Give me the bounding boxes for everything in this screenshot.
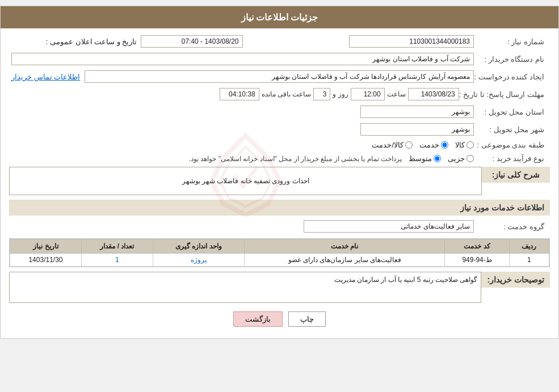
radio-motavasset-label: متوسط: [409, 154, 432, 163]
section-header-khadamat: اطلاعات خدمات مورد نیاز: [9, 200, 550, 216]
services-table-wrapper: ردیف کد خدمت نام خدمت واحد اندازه گیری ت…: [9, 238, 550, 267]
label-shomare-niaz: شماره نیاز :: [474, 37, 548, 46]
radio-kala-input[interactable]: [466, 141, 474, 149]
label-roz: روز و: [333, 90, 348, 98]
row-mohlat: مهلت ارسال پاسخ: تا تاریخ : 1403/08/23 س…: [9, 87, 550, 102]
table-header-row: ردیف کد خدمت نام خدمت واحد اندازه گیری ت…: [10, 239, 549, 254]
label-sharh-koli: شرح کلی نیاز:: [482, 167, 550, 183]
value-mohlat: 1403/08/23 ساعت 12:00 روز و 3 ساعت باقی …: [11, 88, 459, 100]
field-shomare-niaz: 1103001344000183: [349, 35, 474, 48]
row-tabaghe: طبقه بندی موضوعی : کالا خدمت کالا/خدمت: [9, 140, 550, 150]
value-nam-dastgah: شرکت آب و فاضلاب استان بوشهر: [11, 53, 474, 65]
row-sharh-koli: شرح کلی نیاز: احداث ورودی تصفیه خانه فاض…: [9, 167, 550, 195]
label-grohe-khadamat: گروه خدمت :: [474, 222, 548, 231]
row-grohe-khadamat: گروه خدمت : سایر فعالیت‌های خدماتی: [9, 219, 550, 234]
radio-jozei-input[interactable]: [466, 155, 474, 162]
label-ijad-konande: ایجاد کننده درخواست :: [474, 73, 548, 81]
td-kod: ط-94-949: [445, 254, 509, 267]
radio-khadamat: خدمت: [419, 141, 448, 149]
td-tarikh: 1403/11/30: [10, 254, 82, 267]
label-shahr: شهر محل تحویل :: [474, 125, 548, 134]
label-tosih-kharidar: توصیحات خریدار:: [481, 272, 550, 288]
row-ijad-konande: ایجاد کننده درخواست : معصومه آرایش کارشن…: [9, 69, 550, 84]
row-shomare-niaz: شماره نیاز : 1103001344000183 1403/08/20…: [9, 34, 550, 49]
radio-group-farayand: جزیی متوسط پرداخت تمام یا بخشی از مبلغ خ…: [11, 154, 474, 163]
content-area: شماره نیاز : 1103001344000183 1403/08/20…: [1, 28, 558, 338]
radio-motavasset-input[interactable]: [434, 155, 441, 162]
field-ijad-konande: معصومه آرایش کارشناس قراردادها شرکت آب و…: [85, 70, 474, 83]
value-tabaghe: کالا خدمت کالا/خدمت: [11, 141, 474, 149]
btn-print[interactable]: چاپ: [288, 311, 326, 327]
tosih-container: گواهی صلاحیت رتبه 5 ابنیه یا آب از سازما…: [9, 272, 481, 303]
value-ostan: بوشهر: [11, 106, 474, 118]
th-tedad: تعداد / مقدار: [81, 239, 153, 254]
label-nam-dastgah: نام دستگاه خریدار :: [474, 55, 548, 64]
row-tosih-kharidar: توصیحات خریدار: گواهی صلاحیت رتبه 5 ابنی…: [9, 272, 550, 303]
services-table: ردیف کد خدمت نام خدمت واحد اندازه گیری ت…: [10, 239, 549, 267]
radio-khadamat-input[interactable]: [441, 141, 448, 149]
field-shahr: بوشهر: [360, 123, 474, 136]
th-vahed: واحد اندازه گیری: [153, 239, 244, 254]
table-row: 1 ط-94-949 فعالیت‌های سایر سازمان‌های دا…: [10, 254, 549, 267]
radio-khadamat-label: خدمت: [419, 141, 439, 149]
radio-group-tabaghe: کالا خدمت کالا/خدمت: [11, 141, 474, 149]
value-grohe-khadamat: سایر فعالیت‌های خدماتی: [11, 220, 474, 233]
label-noe-farayand: نوع فرآیند خرید :: [474, 154, 548, 163]
row-nam-dastgah: نام دستگاه خریدار : شرکت آب و فاضلاب است…: [9, 52, 550, 66]
value-noe-farayand: جزیی متوسط پرداخت تمام یا بخشی از مبلغ خ…: [11, 154, 474, 163]
label-ostan: استان محل تحویل :: [474, 108, 548, 116]
field-date: 1403/08/23: [408, 88, 459, 100]
sharh-koli-container: احداث ورودی تصفیه خانه فاضلاب شهر بوشهر: [9, 167, 482, 195]
th-radif: ردیف: [509, 239, 549, 254]
radio-kala-khadamat: کالا/خدمت: [372, 141, 413, 149]
label-tabaghe: طبقه بندی موضوعی :: [474, 141, 548, 149]
mohlat-inline: 1403/08/23 ساعت 12:00 روز و 3 ساعت باقی …: [11, 88, 459, 100]
field-date-alan: 1403/08/20 - 07:40: [141, 35, 243, 48]
footer-buttons: چاپ بازگشت: [9, 311, 550, 327]
th-tarikh: تاریخ نیاز: [10, 239, 82, 254]
value-shahr: بوشهر: [11, 123, 474, 136]
radio-kala-khadamat-label: کالا/خدمت: [372, 141, 404, 149]
radio-jozei-label: جزیی: [448, 154, 465, 163]
page-wrapper: جزئیات اطلاعات نیاز شماره نیاز : 1103001…: [0, 6, 559, 339]
th-nam: نام خدمت: [244, 239, 444, 254]
farayand-desc: پرداخت تمام یا بخشی از مبلغ خریدار از مح…: [189, 155, 402, 163]
field-sharh-koli: احداث ورودی تصفیه خانه فاضلاب شهر بوشهر: [9, 167, 482, 195]
radio-kala-khadamat-input[interactable]: [405, 141, 413, 149]
row-noe-farayand: نوع فرآیند خرید : جزیی متوسط پرداخت تمام…: [9, 153, 550, 164]
field-roz: 3: [313, 88, 330, 100]
radio-jozei: جزیی: [448, 154, 474, 163]
label-mohlat: مهلت ارسال پاسخ: تا تاریخ :: [459, 90, 548, 99]
td-radif: 1: [509, 254, 549, 267]
page-title: جزئیات اطلاعات نیاز: [1, 6, 558, 28]
radio-motavasset: متوسط: [409, 154, 441, 163]
value-shomare-niaz: 1103001344000183: [243, 35, 474, 48]
link-ettelaat-tamas[interactable]: اطلاعات تماس خریدار: [11, 73, 80, 81]
th-kod: کد خدمت: [445, 239, 509, 254]
field-nam-dastgah: شرکت آب و فاضلاب استان بوشهر: [11, 53, 474, 65]
row-shahr: شهر محل تحویل : بوشهر: [9, 122, 550, 137]
label-date-alan: تاریخ و ساعت اعلان عمومی :: [46, 37, 137, 46]
field-tosih-kharidar: گواهی صلاحیت رتبه 5 ابنیه یا آب از سازما…: [9, 272, 481, 303]
td-tedad: 1: [81, 254, 153, 267]
radio-kala: کالا: [455, 141, 474, 149]
row-ostan: استان محل تحویل : بوشهر: [9, 104, 550, 119]
label-baghimande: ساعت باقی مانده: [262, 90, 312, 98]
btn-back[interactable]: بازگشت: [233, 311, 283, 327]
label-saat: ساعت: [387, 90, 406, 98]
field-grohe-khadamat: سایر فعالیت‌های خدماتی: [304, 220, 474, 233]
field-ostan: بوشهر: [360, 106, 474, 118]
value-ijad-konande: معصومه آرایش کارشناس قراردادها شرکت آب و…: [11, 70, 474, 83]
field-saat: 12:00: [351, 88, 385, 100]
td-vahed: پروژه: [153, 254, 244, 267]
td-nam: فعالیت‌های سایر سازمان‌های دارای عضو: [244, 254, 444, 267]
radio-kala-label: کالا: [455, 141, 465, 149]
field-baghimande: 04:10:38: [220, 88, 259, 100]
row-date-alan: 1403/08/20 - 07:40 تاریخ و ساعت اعلان عم…: [11, 35, 243, 48]
